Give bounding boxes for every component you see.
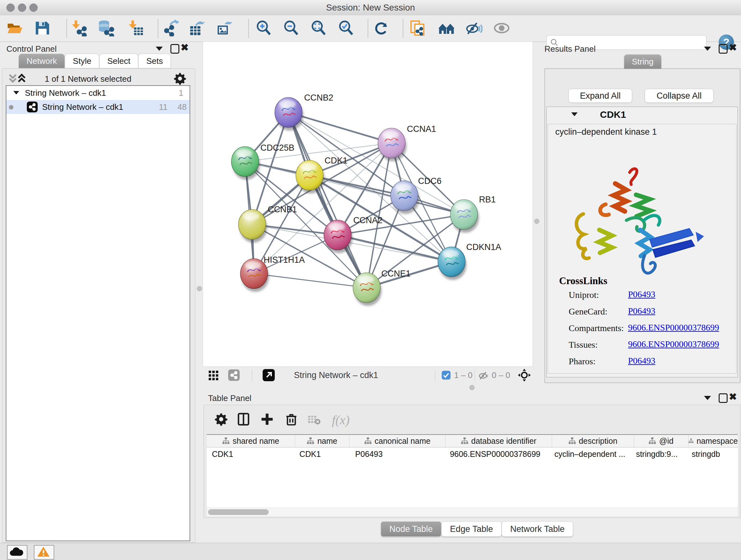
cell-shared-name[interactable]: CDK1 xyxy=(207,448,294,460)
export-table-icon[interactable] xyxy=(189,20,205,37)
network-edge-CCNB2-CCNA1[interactable] xyxy=(288,112,392,143)
cell-description[interactable]: cyclin–dependent ... xyxy=(549,448,631,460)
cell-name[interactable]: CDK1 xyxy=(294,448,350,460)
bottom-splitter-handle[interactable] xyxy=(469,385,475,390)
network-node-CCNE1[interactable]: CCNE1 xyxy=(353,269,411,306)
results-panel-collapse-icon[interactable] xyxy=(704,47,711,51)
network-node-HIST1H1A[interactable]: HIST1H1A xyxy=(240,255,305,292)
crosslink-link[interactable]: P06493 xyxy=(628,356,656,366)
crosslink-link[interactable]: P06493 xyxy=(628,289,656,300)
scrollbar-thumb[interactable] xyxy=(208,509,269,515)
column-header[interactable]: shared name xyxy=(207,435,295,447)
table-options-gear-icon[interactable] xyxy=(214,413,228,426)
import-network-database-icon[interactable] xyxy=(98,20,114,37)
network-node-CCNA1[interactable]: CCNA1 xyxy=(378,124,436,161)
expand-all-button[interactable]: Expand All xyxy=(568,89,632,103)
network-collection-row[interactable]: String Network – cdk1 1 xyxy=(6,86,190,100)
control-panel-close-icon[interactable]: ✖ xyxy=(181,44,189,52)
cell-canonical-name[interactable]: P06493 xyxy=(350,448,445,460)
network-node-CCNB1[interactable]: CCNB1 xyxy=(239,205,297,243)
delete-column-trash-icon[interactable] xyxy=(285,413,298,426)
collapse-all-button[interactable]: Collapse All xyxy=(645,89,714,103)
tab-select[interactable]: Select xyxy=(99,54,138,68)
protein-description: cyclin–dependent kinase 1 xyxy=(555,127,657,137)
show-all-networks-icon[interactable] xyxy=(439,20,455,37)
column-header[interactable]: database identifier xyxy=(446,435,552,447)
tab-edge-table[interactable]: Edge Table xyxy=(441,521,502,537)
selected-checkbox-icon[interactable] xyxy=(441,370,451,380)
table-row[interactable]: CDK1 CDK1 P06493 9606.ENSP00000378699 cy… xyxy=(207,448,738,460)
network-row[interactable]: String Network – cdk1 11 48 xyxy=(6,100,190,114)
grid-view-icon[interactable] xyxy=(208,370,219,381)
export-network-icon[interactable] xyxy=(163,20,179,37)
warnings-button[interactable] xyxy=(34,545,54,560)
tab-style[interactable]: Style xyxy=(65,54,99,68)
hide-selected-eye-slash-icon[interactable] xyxy=(466,20,482,37)
results-panel-close-icon[interactable]: ✖ xyxy=(729,44,737,52)
import-network-file-icon[interactable] xyxy=(71,20,87,37)
tab-network-table[interactable]: Network Table xyxy=(502,521,574,537)
right-splitter-handle[interactable] xyxy=(534,219,539,224)
column-header[interactable]: description xyxy=(552,435,634,447)
crosslink-link[interactable]: 9606.ENSP00000378699 xyxy=(628,322,719,333)
crosslink-link[interactable]: P06493 xyxy=(628,306,656,316)
network-node-CDKN1A[interactable]: CDKN1A xyxy=(438,242,501,280)
hidden-eye-slash-icon[interactable] xyxy=(478,370,489,381)
table-panel-close-icon[interactable]: ✖ xyxy=(729,393,737,401)
toolbar-separator xyxy=(66,19,67,38)
network-options-gear-icon[interactable] xyxy=(174,72,186,85)
export-image-icon[interactable] xyxy=(216,20,233,37)
pan-crosshair-icon[interactable] xyxy=(518,369,531,381)
show-columns-icon[interactable] xyxy=(237,413,250,426)
column-header[interactable]: canonical name xyxy=(349,435,446,447)
tab-string[interactable]: String xyxy=(624,54,662,69)
zoom-in-icon[interactable] xyxy=(255,20,272,37)
share-view-icon[interactable] xyxy=(228,369,240,381)
cell-namespace[interactable]: stringdb xyxy=(686,448,738,460)
add-column-icon[interactable] xyxy=(260,413,274,426)
show-eye-icon[interactable] xyxy=(493,20,510,37)
delete-table-icon xyxy=(308,415,320,425)
column-header[interactable]: name xyxy=(295,435,349,447)
fit-content-icon[interactable] xyxy=(310,20,327,37)
network-node-CCNB2[interactable]: CCNB2 xyxy=(275,93,333,131)
network-node-CDC25B[interactable]: CDC25B xyxy=(231,143,294,180)
refresh-view-icon[interactable] xyxy=(373,20,389,37)
cell-database-identifier[interactable]: 9606.ENSP00000378699 xyxy=(445,448,549,460)
column-type-icon xyxy=(307,437,314,444)
left-splitter-handle[interactable] xyxy=(197,286,202,291)
column-type-icon xyxy=(569,437,576,444)
network-edge-HIST1H1A-CCNE1[interactable] xyxy=(254,273,367,288)
table-panel-float-icon[interactable] xyxy=(719,393,728,403)
open-session-icon[interactable] xyxy=(6,20,23,37)
crosslink-link[interactable]: 9606.ENSP00000378699 xyxy=(628,339,719,349)
copy-style-icon[interactable] xyxy=(410,20,426,37)
netbar-separator xyxy=(252,369,252,381)
zoom-selected-icon[interactable] xyxy=(338,20,354,37)
collection-count: 1 xyxy=(179,86,183,100)
network-canvas[interactable]: CCNB2CCNA1CDC25BCDK1CDC6RB1CCNB1CCNA2CDK… xyxy=(203,42,533,367)
import-table-file-icon[interactable] xyxy=(128,20,144,37)
results-panel-float-icon[interactable] xyxy=(719,44,728,54)
cell-id[interactable]: stringdb:9... xyxy=(631,448,687,460)
save-session-icon[interactable] xyxy=(34,20,51,37)
tab-sets[interactable]: Sets xyxy=(138,54,171,68)
tab-node-table[interactable]: Node Table xyxy=(381,521,441,537)
column-header[interactable]: @id xyxy=(634,435,688,447)
network-node-RB1[interactable]: RB1 xyxy=(450,195,496,233)
control-panel-collapse-icon[interactable] xyxy=(156,47,163,51)
tab-network[interactable]: Network xyxy=(18,54,65,68)
network-edge-CCNA2-CDKN1A[interactable] xyxy=(338,235,452,262)
collapse-all-chevron-icon[interactable] xyxy=(8,73,26,84)
control-panel-float-icon[interactable] xyxy=(171,44,179,54)
app-store-button[interactable] xyxy=(7,545,27,560)
node-label-CDC6: CDC6 xyxy=(418,176,442,186)
network-node-CDC6[interactable]: CDC6 xyxy=(391,176,442,214)
table-panel-collapse-icon[interactable] xyxy=(704,396,711,400)
protein-expand-icon[interactable] xyxy=(571,112,578,116)
zoom-out-icon[interactable] xyxy=(283,20,299,37)
table-horizontal-scrollbar[interactable] xyxy=(207,508,738,516)
column-header[interactable]: namespace xyxy=(689,435,738,447)
collection-expand-icon[interactable] xyxy=(13,91,19,95)
open-in-window-icon[interactable] xyxy=(263,369,275,381)
